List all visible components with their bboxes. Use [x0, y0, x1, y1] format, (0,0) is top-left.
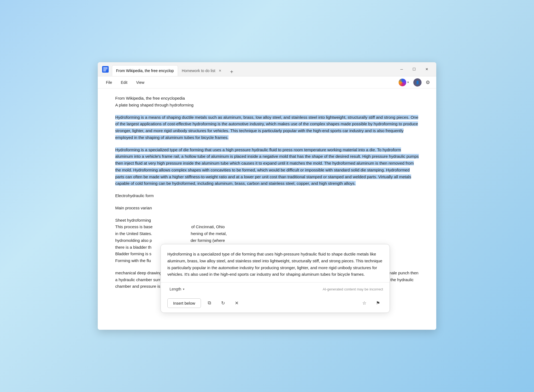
ai-generated-text: Hydroforming is a specialized type of di…: [167, 252, 382, 277]
maximize-button[interactable]: ☐: [408, 65, 420, 74]
paragraph1-selected: Hydroforming is a means of shaping ducti…: [115, 115, 418, 140]
svg-rect-3: [103, 70, 106, 70]
content-area[interactable]: From Wikipedia, the free encyclopedia A …: [98, 88, 436, 330]
paragraph4: Main process varian: [115, 205, 419, 212]
ai-popup: Hydroforming is a specialized type of di…: [161, 244, 390, 313]
tab-wikipedia[interactable]: From Wikipedia, the free encyclop: [112, 65, 178, 76]
ai-popup-footer: Length ▾ AI-generated content may be inc…: [161, 282, 390, 296]
menu-edit[interactable]: Edit: [117, 79, 131, 86]
new-tab-button[interactable]: +: [227, 67, 236, 76]
menu-right: ▾ 👤 ⚙: [396, 78, 432, 87]
close-button[interactable]: ✕: [420, 65, 433, 74]
paragraph2-selected: Hydroforming is a specialized type of di…: [115, 147, 419, 186]
paragraph2: Hydroforming is a specialized type of di…: [115, 147, 419, 187]
ai-popup-content: Hydroforming is a specialized type of di…: [161, 244, 390, 282]
tab-close-homework[interactable]: ✕: [218, 68, 222, 73]
svg-rect-4: [103, 71, 106, 71]
copy-icon: ⧉: [208, 300, 211, 306]
tabs-area: From Wikipedia, the free encyclop Homewo…: [112, 62, 395, 76]
app-icon: [101, 65, 110, 74]
discard-button[interactable]: ✕: [232, 298, 242, 308]
menu-items: File Edit View: [102, 79, 148, 86]
refresh-button[interactable]: ↻: [218, 298, 228, 308]
user-avatar[interactable]: 👤: [413, 78, 422, 87]
star-icon: ☆: [362, 300, 366, 306]
length-chevron-icon: ▾: [183, 287, 185, 291]
menu-view[interactable]: View: [132, 79, 148, 86]
menu-file[interactable]: File: [102, 79, 116, 86]
tab-homework[interactable]: Homework to do list ✕: [178, 65, 226, 76]
copilot-icon: [399, 79, 406, 86]
save-button[interactable]: ☆: [359, 298, 369, 308]
copy-button[interactable]: ⧉: [204, 298, 215, 308]
insert-below-button[interactable]: Insert below: [167, 298, 201, 308]
title-bar: From Wikipedia, the free encyclop Homewo…: [98, 62, 436, 76]
settings-icon[interactable]: ⚙: [424, 78, 432, 87]
ai-disclaimer: AI-generated content may be incorrect: [323, 287, 383, 291]
close-icon: ✕: [235, 300, 239, 306]
ai-popup-actions: Insert below ⧉ ↻ ✕ ☆ ⚑: [161, 296, 390, 313]
main-window: From Wikipedia, the free encyclop Homewo…: [98, 62, 436, 330]
svg-rect-2: [103, 69, 108, 69]
length-label: Length: [170, 287, 181, 291]
tab-label-homework: Homework to do list: [182, 69, 215, 73]
report-button[interactable]: ⚑: [373, 298, 383, 308]
copilot-button[interactable]: ▾: [396, 78, 411, 87]
refresh-icon: ↻: [221, 300, 225, 306]
paragraph3: Electrohydraulic form: [115, 192, 419, 199]
menu-bar: File Edit View ▾ 👤 ⚙: [98, 76, 436, 88]
copilot-chevron: ▾: [407, 81, 409, 84]
svg-rect-0: [102, 66, 109, 73]
tab-label-wikipedia: From Wikipedia, the free encyclop: [116, 69, 174, 73]
paragraph1: Hydroforming is a means of shaping ducti…: [115, 114, 419, 141]
flag-icon: ⚑: [376, 300, 380, 306]
svg-rect-1: [103, 67, 108, 68]
minimize-button[interactable]: ─: [395, 65, 408, 74]
window-controls: ─ ☐ ✕: [395, 65, 433, 74]
length-selector[interactable]: Length ▾: [167, 286, 187, 292]
intro-text: From Wikipedia, the free encyclopedia A …: [115, 95, 419, 109]
